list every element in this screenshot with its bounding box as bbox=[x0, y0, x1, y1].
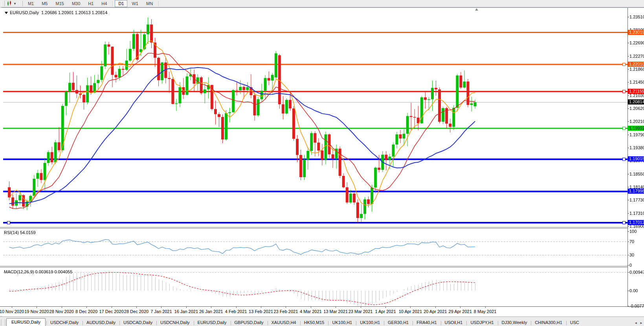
price-tag[interactable]: 1.22010 bbox=[628, 62, 644, 67]
date-axis-label: 23 Feb 2021 bbox=[274, 309, 298, 314]
date-axis-label: 29 Apr 2021 bbox=[449, 309, 472, 314]
toolbar-grip-2[interactable] bbox=[19, 1, 23, 6]
date-axis-label: 20 Apr 2021 bbox=[424, 309, 447, 314]
chart-tab-xauusd-h4[interactable]: XAUUSD,H4 bbox=[268, 319, 300, 326]
chart-tab-eurusd-daily[interactable]: EURUSD,Daily bbox=[194, 319, 231, 326]
price-tag[interactable]: 1.19992 bbox=[628, 126, 644, 131]
chart-tab-hk50-m15[interactable]: HK50,M15 bbox=[300, 319, 328, 326]
chart-tab-usoil-h1[interactable]: USOil,H1 bbox=[441, 319, 467, 326]
chart-profile-icon[interactable] bbox=[7, 1, 13, 6]
price-axis-tick-label: 1.20620 bbox=[629, 106, 644, 111]
price-chart-canvas[interactable] bbox=[3, 8, 627, 227]
tab-bar-grip[interactable] bbox=[1, 319, 6, 326]
chart-shift-marker[interactable] bbox=[475, 8, 478, 11]
timeframe-button-w1[interactable]: W1 bbox=[128, 0, 142, 7]
tab-scroll-right-button[interactable]: ► bbox=[638, 320, 644, 326]
timeframe-button-m1[interactable]: M1 bbox=[24, 0, 37, 7]
timeframe-button-m30[interactable]: M30 bbox=[68, 0, 84, 7]
price-tag[interactable]: 1.17012 bbox=[628, 220, 644, 225]
chart-title: EURUSD,Daily 1.20686 1.20901 1.20613 1.2… bbox=[5, 10, 107, 15]
price-axis-tick bbox=[627, 200, 629, 200]
price-axis-tick bbox=[627, 121, 629, 122]
date-axis-tick bbox=[336, 307, 336, 308]
price-axis-tick bbox=[627, 135, 629, 135]
date-axis[interactable]: 10 Nov 202019 Nov 202028 Nov 20208 Dec 2… bbox=[0, 306, 644, 316]
price-tag[interactable]: 1.23019 bbox=[628, 30, 644, 35]
price-tag[interactable]: 1.19015 bbox=[628, 156, 644, 161]
price-axis-tick bbox=[627, 43, 629, 43]
price-axis-tick-label: 1.21860 bbox=[629, 67, 644, 71]
price-tag[interactable]: 1.21155 bbox=[628, 89, 644, 94]
date-axis-tick bbox=[136, 307, 137, 308]
timeframe-button-h1[interactable]: H1 bbox=[84, 0, 97, 7]
rsi-canvas[interactable] bbox=[3, 229, 627, 266]
symbol-dropdown-icon[interactable] bbox=[5, 12, 8, 14]
chart-tab-uk100-h1[interactable]: UK100,H1 bbox=[328, 319, 356, 326]
chart-tab-dj30-weekly[interactable]: DJ30,Weekly bbox=[498, 319, 531, 326]
price-axis-tick-label: 1.20210 bbox=[629, 119, 644, 124]
timeframe-button-m5[interactable]: M5 bbox=[38, 0, 51, 7]
chart-tab-usdcnh-daily[interactable]: USDCNH,Daily bbox=[156, 319, 194, 326]
price-tag[interactable]: 1.20814 bbox=[628, 99, 644, 104]
date-axis-tick bbox=[286, 307, 286, 308]
macd-axis-tick-label: 0.009478 bbox=[629, 270, 644, 275]
chart-tab-usdcad-daily[interactable]: USDCAD,Daily bbox=[119, 319, 156, 326]
price-axis-tick bbox=[627, 56, 629, 57]
price-axis-tick bbox=[627, 213, 629, 214]
tab-scroll-left-button[interactable]: ◄ bbox=[633, 320, 638, 326]
timeframe-button-h4[interactable]: H4 bbox=[98, 0, 110, 7]
date-axis-label: 28 Dec 2020 bbox=[124, 309, 149, 314]
chart-tab-usdchf-daily[interactable]: USDCHF,Daily bbox=[46, 319, 83, 326]
price-axis-tick-label: 1.22690 bbox=[629, 40, 644, 45]
rsi-axis-tick bbox=[627, 242, 629, 242]
toolbar-grip[interactable] bbox=[1, 1, 5, 6]
date-axis-label: 17 Dec 2020 bbox=[99, 309, 123, 314]
chart-tab-audusd-daily[interactable]: AUDUSD,Daily bbox=[83, 319, 119, 326]
rsi-axis-tick-label: 100 bbox=[629, 229, 637, 234]
date-axis-tick bbox=[112, 307, 112, 308]
date-axis-label: 4 Mar 2021 bbox=[300, 309, 322, 314]
timeframe-button-d1[interactable]: D1 bbox=[115, 0, 127, 7]
price-axis-tick bbox=[627, 148, 629, 148]
date-axis-tick bbox=[485, 307, 486, 308]
price-tag[interactable]: 1.17998 bbox=[628, 189, 644, 194]
chart-tab-eurusd-daily[interactable]: EURUSD,Daily bbox=[6, 318, 46, 326]
date-axis-tick bbox=[261, 307, 261, 308]
rsi-axis-tick bbox=[627, 255, 629, 255]
price-axis-tick bbox=[627, 226, 629, 227]
macd-axis-tick-label: 0.00 bbox=[629, 288, 638, 293]
price-chart-pane bbox=[0, 8, 644, 227]
macd-canvas[interactable] bbox=[3, 267, 627, 306]
price-axis-tick bbox=[627, 187, 629, 187]
macd-axis-tick bbox=[627, 291, 629, 291]
date-axis-label: 28 Nov 2020 bbox=[50, 309, 74, 314]
date-axis-label: 8 May 2021 bbox=[474, 309, 496, 314]
rsi-axis-tick-label: 0 bbox=[629, 263, 632, 267]
chart-tab-uk100-h1[interactable]: UK100,H1 bbox=[356, 319, 384, 326]
price-axis-tick bbox=[627, 17, 629, 17]
chart-tab-usc[interactable]: USC bbox=[566, 319, 583, 326]
chart-tab-china300-h1[interactable]: CHINA300,H1 bbox=[531, 319, 566, 326]
price-axis-tick-label: 1.17310 bbox=[629, 211, 644, 216]
chart-tab-fra40-h1[interactable]: FRA40,H1 bbox=[413, 319, 440, 326]
timeframe-toolbar: ▼ M1M5M15M30H1H4D1W1MN bbox=[0, 0, 644, 7]
chevron-down-icon[interactable]: ▼ bbox=[13, 2, 17, 5]
date-axis-tick bbox=[211, 307, 211, 308]
date-axis-tick bbox=[236, 307, 237, 308]
toolbar-separator bbox=[158, 1, 159, 6]
rsi-pane bbox=[0, 229, 644, 266]
timeframe-button-mn[interactable]: MN bbox=[143, 0, 156, 7]
chart-tab-gbpusd-daily[interactable]: GBPUSD,Daily bbox=[231, 319, 268, 326]
date-axis-tick bbox=[311, 307, 311, 308]
price-axis-tick bbox=[627, 69, 629, 70]
rsi-axis-tick-label: 70 bbox=[629, 239, 634, 244]
date-axis-label: 10 Nov 2020 bbox=[0, 309, 24, 314]
timeframe-button-m15[interactable]: M15 bbox=[52, 0, 67, 7]
rsi-axis-tick bbox=[627, 265, 629, 266]
macd-indicator-label: MACD(12,26,9) 0.003619 0.004055 bbox=[4, 269, 72, 274]
chart-tab-ger30-h1[interactable]: GER30,H1 bbox=[384, 319, 413, 326]
rsi-axis-tick bbox=[627, 231, 629, 232]
date-axis-tick bbox=[86, 307, 87, 308]
macd-axis-tick-label: -0.007778 bbox=[629, 304, 644, 308]
chart-tab-usdjpy-h1[interactable]: USDJPY,H1 bbox=[466, 319, 497, 326]
